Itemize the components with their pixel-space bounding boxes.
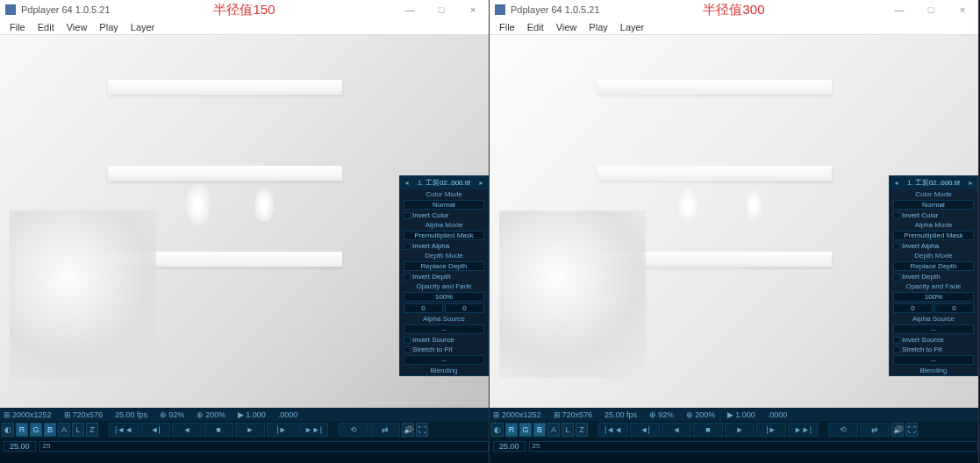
- timeline-start-input[interactable]: 25.00: [493, 441, 526, 452]
- menu-file[interactable]: File: [4, 22, 32, 32]
- channel-r[interactable]: R: [505, 423, 518, 437]
- chevron-left-icon[interactable]: ◄: [404, 180, 410, 186]
- invert-alpha-checkbox[interactable]: [404, 243, 411, 250]
- loop-button[interactable]: ⟲: [339, 423, 368, 437]
- channel-toggle[interactable]: ◐: [491, 423, 504, 437]
- step-back-button[interactable]: ◄|: [630, 423, 660, 437]
- channel-a[interactable]: A: [58, 423, 70, 437]
- close-button[interactable]: ×: [457, 0, 489, 19]
- channel-toggle[interactable]: ◐: [2, 423, 14, 437]
- level-display[interactable]: ▶ 1.000: [238, 410, 266, 419]
- timeline-track[interactable]: 25: [39, 441, 489, 452]
- chevron-right-icon[interactable]: ►: [478, 180, 484, 186]
- menu-play[interactable]: Play: [583, 22, 613, 32]
- opacity-input[interactable]: 100%: [893, 292, 974, 302]
- play-button[interactable]: ►: [235, 423, 265, 437]
- channel-g[interactable]: G: [519, 423, 532, 437]
- channel-r[interactable]: R: [16, 423, 28, 437]
- minimize-button[interactable]: —: [883, 0, 915, 19]
- panel-header[interactable]: ◄1. 工装02..000.tif►: [890, 176, 977, 189]
- fade-out-input[interactable]: 0: [445, 303, 484, 313]
- stop-button[interactable]: ■: [693, 423, 723, 437]
- timeline[interactable]: 25.00 25: [490, 438, 978, 454]
- depth-mode-select[interactable]: Replace Depth: [893, 261, 974, 271]
- menu-edit[interactable]: Edit: [32, 22, 61, 32]
- channel-z[interactable]: Z: [576, 423, 588, 437]
- speaker-icon[interactable]: 🔊: [402, 423, 414, 437]
- color-mode-select[interactable]: Normal: [893, 200, 974, 210]
- titlebar[interactable]: Pdplayer 64 1.0.5.21 — □ ×: [0, 0, 489, 19]
- step-fwd-button[interactable]: |►: [756, 423, 786, 437]
- maximize-button[interactable]: □: [426, 0, 457, 19]
- step-back-button[interactable]: ◄|: [140, 423, 170, 437]
- scale-display[interactable]: ⊕ 200%: [197, 410, 225, 419]
- stop-button[interactable]: ■: [204, 423, 233, 437]
- menu-edit[interactable]: Edit: [521, 22, 550, 32]
- invert-alpha-checkbox[interactable]: [893, 243, 900, 250]
- menu-play[interactable]: Play: [93, 22, 124, 32]
- play-reverse-button[interactable]: ◄: [662, 423, 691, 437]
- loop-button[interactable]: ⟲: [828, 423, 858, 437]
- goto-end-button[interactable]: ►►|: [788, 423, 818, 437]
- alpha-source-select[interactable]: --: [893, 324, 974, 334]
- timeline-track[interactable]: 25: [529, 441, 978, 452]
- invert-depth-checkbox[interactable]: [404, 274, 411, 281]
- zoom-display[interactable]: ⊕ 92%: [649, 410, 674, 419]
- panel-header[interactable]: ◄1. 工装02..000.tif►: [400, 176, 488, 189]
- timeline[interactable]: 25.00 25: [0, 438, 489, 454]
- menu-layer[interactable]: Layer: [125, 22, 161, 32]
- fade-in-input[interactable]: 0: [404, 303, 443, 313]
- level-display[interactable]: ▶ 1.000: [727, 410, 755, 419]
- titlebar[interactable]: Pdplayer 64 1.0.5.21 — □ ×: [490, 0, 978, 19]
- menu-view[interactable]: View: [550, 22, 583, 32]
- goto-start-button[interactable]: |◄◄: [109, 423, 139, 437]
- pingpong-button[interactable]: ⇄: [370, 423, 400, 437]
- opacity-input[interactable]: 100%: [404, 292, 484, 302]
- stretch-to-fit-checkbox[interactable]: [404, 346, 411, 353]
- fade-out-input[interactable]: 0: [934, 303, 974, 313]
- pingpong-button[interactable]: ⇄: [860, 423, 890, 437]
- stretch-to-fit-checkbox[interactable]: [893, 346, 900, 353]
- channel-z[interactable]: Z: [86, 423, 98, 437]
- fullscreen-icon[interactable]: ⛶: [416, 423, 428, 437]
- layer-properties-panel[interactable]: ◄1. 工装02..000.tif► Color Mode Normal Inv…: [889, 175, 978, 376]
- invert-depth-checkbox[interactable]: [893, 274, 900, 281]
- invert-source-checkbox[interactable]: [404, 337, 411, 344]
- zoom-display[interactable]: ⊕ 92%: [160, 410, 184, 419]
- layer-properties-panel[interactable]: ◄1. 工装02..000.tif► Color Mode Normal Inv…: [399, 175, 489, 376]
- play-button[interactable]: ►: [725, 423, 755, 437]
- alpha-source-select[interactable]: --: [404, 324, 484, 334]
- channel-l[interactable]: L: [562, 423, 574, 437]
- channel-g[interactable]: G: [30, 423, 42, 437]
- alpha-source-value2[interactable]: --: [893, 355, 974, 365]
- color-mode-select[interactable]: Normal: [404, 200, 484, 210]
- menu-file[interactable]: File: [493, 22, 521, 32]
- menu-view[interactable]: View: [61, 22, 94, 32]
- alpha-source-value2[interactable]: --: [404, 355, 484, 365]
- viewport[interactable]: ◄1. 工装02..000.tif► Color Mode Normal Inv…: [0, 35, 489, 408]
- alpha-mode-select[interactable]: Premultiplied Mask: [893, 231, 974, 240]
- depth-mode-select[interactable]: Replace Depth: [404, 261, 484, 271]
- chevron-left-icon[interactable]: ◄: [893, 180, 899, 186]
- channel-a[interactable]: A: [547, 423, 560, 437]
- invert-color-checkbox[interactable]: [893, 212, 900, 219]
- maximize-button[interactable]: □: [915, 0, 947, 19]
- speaker-icon[interactable]: 🔊: [891, 423, 904, 437]
- menu-layer[interactable]: Layer: [614, 22, 651, 32]
- invert-source-checkbox[interactable]: [893, 337, 900, 344]
- scale-display[interactable]: ⊕ 200%: [686, 410, 715, 419]
- minimize-button[interactable]: —: [394, 0, 426, 19]
- close-button[interactable]: ×: [947, 0, 978, 19]
- goto-end-button[interactable]: ►►|: [298, 423, 328, 437]
- fullscreen-icon[interactable]: ⛶: [905, 423, 918, 437]
- goto-start-button[interactable]: |◄◄: [598, 423, 628, 437]
- step-fwd-button[interactable]: |►: [267, 423, 297, 437]
- chevron-right-icon[interactable]: ►: [968, 180, 974, 186]
- invert-color-checkbox[interactable]: [404, 212, 411, 219]
- timeline-start-input[interactable]: 25.00: [4, 441, 36, 452]
- channel-b[interactable]: B: [533, 423, 546, 437]
- alpha-mode-select[interactable]: Premultiplied Mask: [404, 231, 484, 240]
- channel-b[interactable]: B: [44, 423, 56, 437]
- fade-in-input[interactable]: 0: [893, 303, 933, 313]
- play-reverse-button[interactable]: ◄: [172, 423, 202, 437]
